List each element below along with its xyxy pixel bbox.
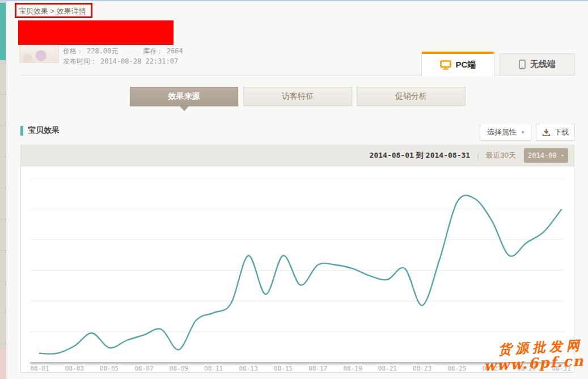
tab-visitor-profile[interactable]: 访客特征	[243, 87, 352, 106]
date-range: 2014-08-01到2014-08-31	[370, 150, 471, 161]
stock-label: 库存：	[143, 47, 163, 55]
tab-pc-label: PC端	[456, 60, 476, 70]
left-rail-pink-segment	[0, 348, 6, 379]
recent-30-days-link[interactable]: 最近30天	[486, 150, 516, 161]
date-start: 2014-08-01	[370, 151, 414, 159]
month-select-value: 2014-08	[528, 151, 557, 159]
product-info-row1: 价格：228.00元 库存：2664	[63, 46, 187, 56]
price-label: 价格：	[63, 47, 83, 55]
x-axis-label: 08-15	[274, 365, 293, 372]
censored-product-title	[18, 20, 174, 45]
breadcrumb[interactable]: 宝贝效果 > 效果详情	[19, 6, 86, 16]
tab-wireless[interactable]: 无线端	[500, 53, 575, 75]
product-info-row2: 发布时间：2014-08-28 22:31:07	[63, 56, 187, 66]
chart-panel: 2014-08-01到2014-08-31 | 最近30天 2014-08 ▾ …	[20, 145, 574, 373]
x-axis-label: 08-23	[413, 365, 432, 372]
monitor-icon	[440, 60, 451, 70]
active-tab-pointer	[180, 106, 189, 111]
x-axis-label: 08-11	[204, 365, 223, 372]
x-axis-label: 08-05	[100, 365, 119, 372]
chevron-down-icon: ▾	[522, 129, 524, 135]
x-axis-label: 08-13	[239, 365, 257, 372]
select-attribute-button[interactable]: 选择属性 ▾	[480, 124, 531, 141]
price-value: 228.00元	[87, 47, 118, 55]
x-axis-label: 08-01	[30, 365, 49, 372]
download-button[interactable]: 下载	[536, 124, 575, 141]
phone-icon	[519, 60, 526, 69]
x-axis-label: 08-27	[483, 365, 501, 372]
date-bar: 2014-08-01到2014-08-31 | 最近30天 2014-08 ▾	[20, 145, 574, 166]
left-rail-teal-segment	[0, 3, 6, 60]
x-axis-label: 08-09	[170, 365, 188, 372]
product-thumbnail	[19, 45, 59, 63]
date-to-label: 到	[416, 151, 424, 159]
x-axis-label: 08-03	[65, 365, 84, 372]
chevron-down-icon: ▾	[561, 153, 564, 158]
publish-value: 2014-08-28 22:31:07	[100, 57, 178, 65]
section-accent-bar	[20, 126, 23, 136]
x-axis-label: 08-07	[134, 365, 153, 372]
tab-promotion-analysis[interactable]: 促销分析	[357, 87, 466, 106]
download-icon	[542, 128, 551, 137]
x-axis-label: 08-17	[308, 365, 327, 372]
section-title: 宝贝效果	[28, 125, 60, 136]
tab-effect-source[interactable]: 效果来源	[130, 87, 238, 106]
select-attribute-label: 选择属性	[487, 127, 517, 137]
main-content: 宝贝效果 > 效果详情 价格：228.00元 库存：2664 发布时间：2014…	[6, 1, 588, 379]
x-axis-label: 08-25	[447, 365, 466, 372]
product-info: 价格：228.00元 库存：2664 发布时间：2014-08-28 22:31…	[63, 46, 187, 66]
page: { "breadcrumb": { "text": "宝贝效果 > 效果详情" …	[0, 0, 588, 379]
x-axis-label: 08-29	[517, 365, 536, 372]
tab-wireless-label: 无线端	[530, 59, 556, 70]
left-rail	[0, 1, 6, 379]
x-axis-label: 08-31	[552, 365, 570, 372]
month-select-dropdown[interactable]: 2014-08 ▾	[524, 148, 568, 163]
download-label: 下载	[555, 127, 569, 137]
publish-label: 发布时间：	[63, 57, 97, 65]
chart-plot-area	[21, 166, 574, 372]
stock-value: 2664	[167, 47, 183, 55]
x-axis-label: 08-19	[343, 365, 362, 372]
tab-pc[interactable]: PC端	[421, 52, 494, 76]
vertical-separator: |	[477, 151, 479, 160]
date-end: 2014-08-31	[426, 151, 470, 159]
x-axis-label: 08-21	[378, 365, 397, 372]
line-chart: 08-0108-0308-0508-0708-0908-1108-1308-15…	[20, 166, 574, 373]
